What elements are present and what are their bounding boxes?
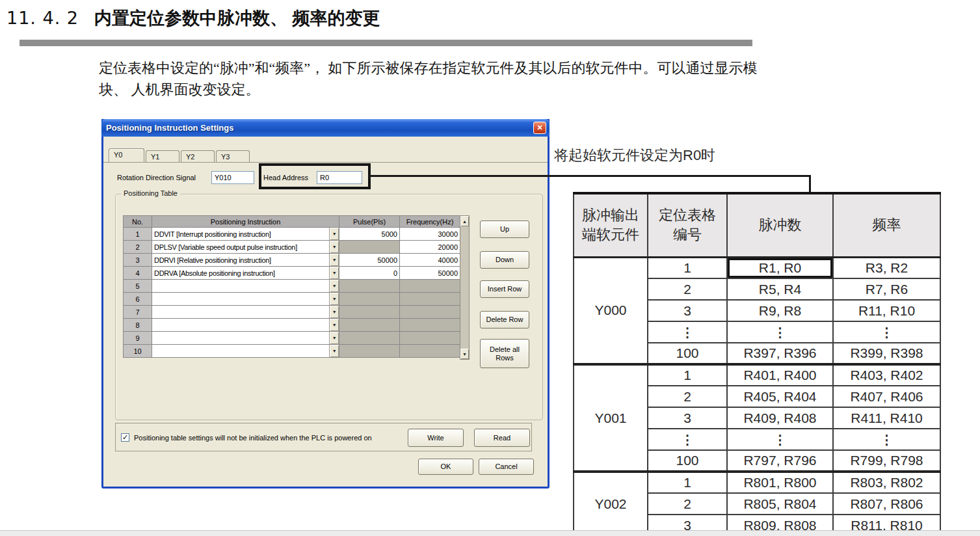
row-number: 7	[124, 306, 152, 319]
table-row: Y000 1 R1, R0 R3, R2	[574, 257, 940, 278]
frequency-cell[interactable]: 50000	[400, 267, 460, 280]
pulse-cell[interactable]: 5000	[339, 228, 400, 241]
device-mapping-table: 脉冲输出 端软元件 定位表格 编号 脉冲数 频率 Y000 1 R1, R0 R…	[573, 192, 941, 536]
ellipsis-cell: ⋮	[648, 429, 727, 450]
scroll-up-button[interactable]: ▲	[460, 216, 469, 226]
ok-button[interactable]: OK	[418, 459, 473, 475]
insert-row-button[interactable]: Insert Row	[480, 280, 529, 298]
col-no: No.	[124, 216, 152, 228]
freq-regs-cell: R3, R2	[833, 257, 940, 278]
instruction-dropdown[interactable]: ▼	[152, 293, 339, 306]
table-no-cell: 1	[648, 472, 727, 493]
frequency-cell[interactable]: 20000	[400, 241, 460, 254]
pulse-regs-cell: R797, R796	[727, 450, 833, 472]
table-no-cell: 2	[648, 278, 727, 300]
table-row: 6 ▼	[124, 293, 460, 306]
ellipsis-cell: ⋮	[727, 429, 833, 450]
pulse-regs-cell: R401, R400	[727, 364, 833, 386]
ellipsis-cell: ⋮	[833, 321, 940, 343]
instruction-dropdown[interactable]: DDVIT [Interrupt positioning instruction…	[152, 228, 339, 241]
dropdown-arrow-icon[interactable]: ▼	[329, 293, 339, 305]
positioning-table: No. Positioning Instruction Pulse(Pls) F…	[123, 215, 460, 358]
cancel-button[interactable]: Cancel	[479, 459, 534, 475]
table-no-cell: 100	[648, 343, 727, 364]
scroll-down-icon: ▼	[462, 352, 467, 356]
instruction-dropdown[interactable]: DPLSV [Variable speed output pulse instr…	[152, 241, 339, 254]
down-button[interactable]: Down	[480, 251, 529, 269]
instruction-dropdown[interactable]: ▼	[152, 280, 339, 293]
instruction-dropdown[interactable]: DDRVI [Relative positioning instruction]…	[152, 254, 339, 267]
dropdown-arrow-icon[interactable]: ▼	[329, 345, 339, 357]
table-scrollbar[interactable]: ▲ ▼	[460, 215, 470, 360]
instruction-dropdown[interactable]: ▼	[152, 345, 339, 358]
pulse-cell[interactable]: 0	[339, 267, 400, 280]
delete-all-rows-button[interactable]: Delete all Rows	[480, 339, 529, 368]
init-checkbox-label: Positioning table settings will not be i…	[134, 434, 372, 442]
table-row: 4 DDRVA [Absolute positioning instructio…	[124, 267, 460, 280]
dropdown-arrow-icon[interactable]: ▼	[329, 241, 339, 253]
tab-y1[interactable]: Y1	[146, 150, 179, 163]
pulse-regs-cell: R801, R800	[727, 472, 833, 493]
groupbox-label: Positioning Table	[121, 189, 180, 197]
tab-y3[interactable]: Y3	[216, 150, 250, 163]
connector-line-horizontal	[371, 175, 811, 177]
instruction-value: DDVIT [Interrupt positioning instruction…	[154, 230, 271, 238]
device-mapping-table-wrap: 脉冲输出 端软元件 定位表格 编号 脉冲数 频率 Y000 1 R1, R0 R…	[573, 192, 941, 536]
init-checkbox[interactable]: ✓	[121, 433, 129, 442]
pulse-cell[interactable]: 50000	[339, 254, 400, 267]
frequency-cell	[400, 345, 460, 358]
tab-label: Y0	[114, 151, 122, 159]
delete-row-button[interactable]: Delete Row	[480, 311, 529, 328]
dropdown-arrow-icon[interactable]: ▼	[329, 319, 339, 331]
frequency-cell[interactable]: 30000	[400, 228, 460, 241]
body-paragraph: 定位表格中设定的“脉冲”和“频率”， 如下所示被保存在指定软元件及其以后的软元件…	[99, 57, 758, 100]
read-button[interactable]: Read	[474, 429, 530, 447]
dropdown-arrow-icon[interactable]: ▼	[329, 267, 339, 279]
table-no-cell: 1	[648, 257, 727, 278]
row-number: 8	[124, 319, 152, 332]
col-table-number: 定位表格 编号	[648, 193, 727, 257]
instruction-value: DDRVA [Absolute positioning instruction]	[154, 269, 275, 277]
tab-label: Y1	[151, 153, 159, 161]
table-row: 1 DDVIT [Interrupt positioning instructi…	[124, 228, 460, 241]
freq-regs-cell: R407, R406	[833, 386, 940, 407]
frequency-cell	[400, 332, 460, 345]
instruction-value: DDRVI [Relative positioning instruction]	[154, 256, 271, 264]
manual-page: 11. 4. 2 内置定位参数中脉冲数、 频率的变更 定位表格中设定的“脉冲”和…	[0, 0, 980, 536]
dialog-titlebar[interactable]: Positioning Instruction Settings ✕	[101, 119, 550, 137]
pulse-cell	[339, 280, 400, 293]
table-row: 5 ▼	[124, 280, 460, 293]
instruction-dropdown[interactable]: ▼	[152, 332, 339, 345]
instruction-dropdown[interactable]: ▼	[152, 306, 339, 319]
rotation-direction-input[interactable]: Y010	[211, 171, 254, 184]
up-button[interactable]: Up	[480, 221, 529, 238]
freq-regs-cell: R807, R806	[833, 493, 940, 515]
write-button[interactable]: Write	[408, 429, 464, 447]
table-row: 3 DDRVI [Relative positioning instructio…	[124, 254, 460, 267]
dropdown-arrow-icon[interactable]: ▼	[329, 254, 339, 266]
dropdown-arrow-icon[interactable]: ▼	[329, 332, 339, 344]
ellipsis-cell: ⋮	[648, 321, 727, 343]
annotation-text: 将起始软元件设定为R0时	[554, 146, 715, 165]
pulse-regs-cell: R5, R4	[727, 278, 833, 300]
instruction-dropdown[interactable]: ▼	[152, 319, 339, 332]
col-pulse-output-device: 脉冲输出 端软元件	[574, 193, 648, 257]
head-address-highlight-box	[259, 163, 371, 189]
close-button[interactable]: ✕	[533, 122, 546, 134]
frequency-cell	[400, 319, 460, 332]
dropdown-arrow-icon[interactable]: ▼	[329, 306, 339, 318]
dropdown-arrow-icon[interactable]: ▼	[329, 228, 339, 240]
tab-y0[interactable]: Y0	[109, 148, 144, 163]
section-title: 内置定位参数中脉冲数、 频率的变更	[94, 7, 380, 30]
page-bottom-bar	[0, 530, 980, 536]
tab-y2[interactable]: Y2	[181, 150, 215, 163]
instruction-value: DPLSV [Variable speed output pulse instr…	[154, 243, 297, 251]
ellipsis-cell: ⋮	[727, 321, 833, 343]
pulse-cell	[339, 293, 400, 306]
row-number: 1	[124, 228, 152, 241]
dropdown-arrow-icon[interactable]: ▼	[329, 280, 339, 292]
frequency-cell[interactable]: 40000	[400, 254, 460, 267]
instruction-dropdown[interactable]: DDRVA [Absolute positioning instruction]…	[152, 267, 339, 280]
pulse-regs-cell: R405, R404	[727, 386, 833, 407]
scroll-down-button[interactable]: ▼	[460, 349, 469, 359]
